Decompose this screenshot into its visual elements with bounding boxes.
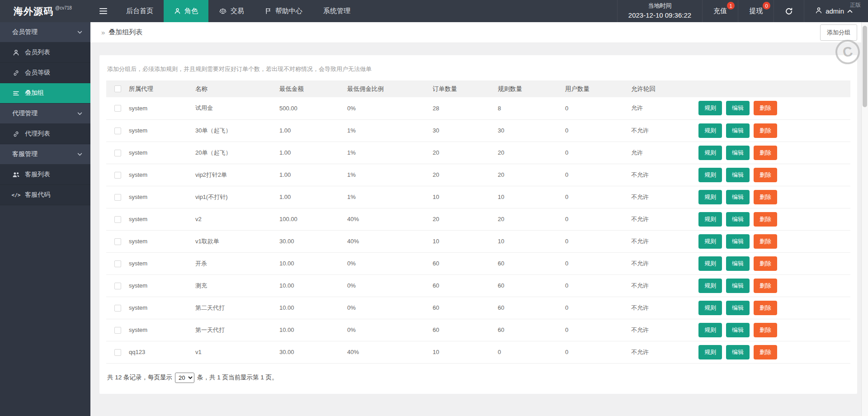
edit-button[interactable]: 编辑 <box>726 212 750 227</box>
row-checkbox[interactable] <box>114 128 121 134</box>
rule-button[interactable]: 规则 <box>698 190 722 204</box>
cell-min_commission-value: 1% <box>347 194 356 200</box>
delete-button[interactable]: 删除 <box>754 323 777 337</box>
row-checkbox[interactable] <box>114 327 121 334</box>
vertical-scrollbar[interactable] <box>861 22 868 416</box>
delete-button[interactable]: 删除 <box>754 168 777 182</box>
select-all-checkbox[interactable] <box>114 85 121 92</box>
add-group-button[interactable]: 添加分组 <box>820 24 857 41</box>
row-checkbox[interactable] <box>114 349 121 356</box>
row-actions-cell: 规则编辑删除 <box>698 230 850 252</box>
cell-orders-value: 20 <box>433 149 439 156</box>
edit-button[interactable]: 编辑 <box>726 345 750 359</box>
cell-users-value: 0 <box>565 105 568 112</box>
cell-name-value: v1取款单 <box>195 238 219 245</box>
cell-min_amount-value: 10.00 <box>279 326 294 333</box>
delete-button[interactable]: 删除 <box>754 345 777 359</box>
cell-rules: 20 <box>498 142 565 164</box>
row-checkbox[interactable] <box>114 172 121 179</box>
sidebar-item-6[interactable]: 代理列表 <box>0 124 90 144</box>
cell-orders: 60 <box>433 274 498 297</box>
sidebar-group-1[interactable]: 会员管理 <box>0 22 90 43</box>
cell-name-value: 测充 <box>195 282 207 289</box>
recharge-button[interactable]: 充值 1 <box>702 0 738 22</box>
nav-item-4[interactable]: 帮助中心 <box>255 0 313 22</box>
row-select-cell <box>106 230 129 252</box>
edit-button[interactable]: 编辑 <box>726 123 750 138</box>
rule-button[interactable]: 规则 <box>698 234 722 249</box>
scrollbar-thumb[interactable] <box>863 26 867 107</box>
nav-item-3[interactable]: 交易 <box>208 0 255 22</box>
sidebar-group-7[interactable]: 客服管理 <box>0 144 90 165</box>
edit-button[interactable]: 编辑 <box>726 146 750 160</box>
rule-button[interactable]: 规则 <box>698 345 722 359</box>
row-checkbox[interactable] <box>114 150 121 156</box>
delete-button[interactable]: 删除 <box>754 256 777 271</box>
row-checkbox[interactable] <box>114 238 121 245</box>
recharge-count-badge: 1 <box>727 2 735 9</box>
sidebar-item-8[interactable]: 客服列表 <box>0 165 90 185</box>
rule-button[interactable]: 规则 <box>698 301 722 315</box>
cell-loop-value: 不允许 <box>631 194 649 200</box>
row-checkbox[interactable] <box>114 260 121 267</box>
cell-agent-value: system <box>129 194 147 200</box>
sidebar-item-9[interactable]: </>客服代码 <box>0 185 90 205</box>
edit-button[interactable]: 编辑 <box>726 256 750 271</box>
cell-loop-value: 不允许 <box>631 282 649 289</box>
delete-button[interactable]: 删除 <box>754 212 777 227</box>
cell-agent: system <box>129 230 195 252</box>
sidebar-item-4[interactable]: 叠加组 <box>0 83 90 104</box>
cell-users-value: 0 <box>565 238 568 245</box>
edit-button[interactable]: 编辑 <box>726 168 750 182</box>
refresh-icon[interactable] <box>774 0 804 22</box>
cell-orders: 30 <box>433 119 498 142</box>
rule-button[interactable]: 规则 <box>698 123 722 138</box>
edit-button[interactable]: 编辑 <box>726 101 750 115</box>
code-icon: </> <box>12 192 20 198</box>
rule-button[interactable]: 规则 <box>698 279 722 293</box>
edit-button[interactable]: 编辑 <box>726 234 750 249</box>
rule-button[interactable]: 规则 <box>698 323 722 337</box>
nav-item-1[interactable]: 后台首页 <box>116 0 164 22</box>
row-checkbox[interactable] <box>114 105 121 112</box>
sidebar-item-3[interactable]: 会员等级 <box>0 63 90 83</box>
edit-button[interactable]: 编辑 <box>726 279 750 293</box>
page-size-select[interactable]: 20 <box>175 373 194 383</box>
delete-button[interactable]: 删除 <box>754 234 777 249</box>
delete-button[interactable]: 删除 <box>754 123 777 138</box>
cell-min_commission-value: 0% <box>347 326 356 333</box>
column-header-label: 允许轮回 <box>631 85 656 92</box>
delete-button[interactable]: 删除 <box>754 146 777 160</box>
cell-loop-value: 允许 <box>631 104 643 111</box>
table-header-row: 所属代理名称最低金额最低佣金比例订单数量规则数量用户数量允许轮回 <box>106 80 850 97</box>
rule-button[interactable]: 规则 <box>698 168 722 182</box>
cell-orders: 60 <box>433 297 498 319</box>
delete-button[interactable]: 删除 <box>754 279 777 293</box>
sidebar-group-5[interactable]: 代理管理 <box>0 104 90 124</box>
rule-button[interactable]: 规则 <box>698 256 722 271</box>
row-checkbox[interactable] <box>114 194 121 201</box>
rule-button[interactable]: 规则 <box>698 101 722 115</box>
row-checkbox[interactable] <box>114 305 121 312</box>
breadcrumb-bar: » 叠加组列表 添加分组 <box>90 22 868 43</box>
rule-button[interactable]: 规则 <box>698 146 722 160</box>
row-checkbox[interactable] <box>114 283 121 289</box>
delete-button[interactable]: 删除 <box>754 301 777 315</box>
cell-min_amount-value: 1.00 <box>279 149 291 156</box>
delete-button[interactable]: 删除 <box>754 101 777 115</box>
nav-item-5[interactable]: 系统管理 <box>313 0 361 22</box>
cell-users-value: 0 <box>565 127 568 134</box>
delete-button[interactable]: 删除 <box>754 190 777 204</box>
edit-button[interactable]: 编辑 <box>726 190 750 204</box>
nav-item-2[interactable]: 角色 <box>164 0 208 22</box>
sidebar-item-2[interactable]: 会员列表 <box>0 43 90 63</box>
sidebar-group-label: 会员管理 <box>12 28 38 36</box>
rule-button[interactable]: 规则 <box>698 212 722 227</box>
edit-button[interactable]: 编辑 <box>726 301 750 315</box>
row-checkbox[interactable] <box>114 216 121 223</box>
edit-button[interactable]: 编辑 <box>726 323 750 337</box>
cell-rules-value: 60 <box>498 282 504 289</box>
withdraw-button[interactable]: 提现 0 <box>738 0 774 22</box>
cell-loop-value: 不允许 <box>631 349 649 355</box>
hamburger-menu-icon[interactable] <box>90 0 116 22</box>
